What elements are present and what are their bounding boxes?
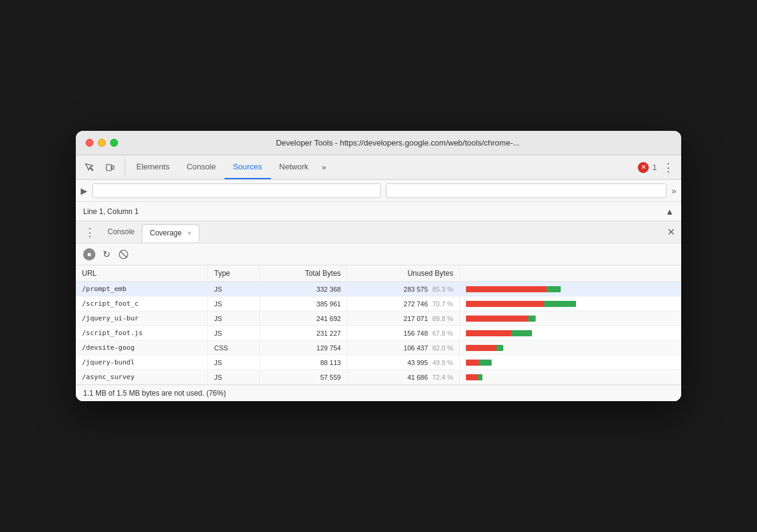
close-button[interactable] <box>86 139 94 147</box>
reload-button[interactable]: ↻ <box>100 248 113 260</box>
reload-icon: ↻ <box>103 249 111 260</box>
cell-bar <box>460 370 681 385</box>
error-icon: ✕ <box>638 162 649 173</box>
svg-rect-0 <box>106 164 111 171</box>
used-bar <box>544 301 576 307</box>
cell-url: /async_survey <box>76 370 208 385</box>
play-icon[interactable]: ▶ <box>81 186 87 196</box>
cell-total-bytes: 129 754 <box>259 341 347 355</box>
title-bar: Developer Tools - https://developers.goo… <box>76 131 681 155</box>
window-title: Developer Tools - https://developers.goo… <box>124 138 671 147</box>
cell-type: CSS <box>208 341 260 355</box>
panel-tab-bar: ⋮ Console Coverage × ✕ <box>76 221 681 243</box>
devtools-tab-bar: Elements Console Sources Network » ✕ 1 ⋮ <box>76 155 681 180</box>
cell-unused-bytes: 106 437 82.0 % <box>347 341 460 355</box>
devtools-more-options[interactable]: ⋮ <box>660 158 676 177</box>
unused-bar <box>466 360 479 366</box>
svg-line-3 <box>120 251 127 257</box>
error-count: 1 <box>652 163 657 172</box>
cell-total-bytes: 241 692 <box>259 311 347 326</box>
cell-total-bytes: 231 227 <box>259 326 347 341</box>
cell-unused-bytes: 217 071 89.8 % <box>347 311 460 326</box>
coverage-actions-bar: ● ↻ <box>76 243 681 265</box>
table-row[interactable]: /script_foot.js JS 231 227 156 748 67.8 … <box>76 326 681 341</box>
table-row[interactable]: /async_survey JS 57 559 41 686 72.4 % <box>76 370 681 385</box>
inspect-element-icon[interactable] <box>81 159 98 176</box>
unused-bar <box>466 286 547 292</box>
cell-bar <box>460 355 681 370</box>
tab-network[interactable]: Network <box>271 155 317 179</box>
tab-elements[interactable]: Elements <box>128 155 178 179</box>
table-row[interactable]: /script_foot_c JS 385 961 272 746 70.7 % <box>76 297 681 311</box>
col-header-url: URL <box>76 265 208 282</box>
unused-bar <box>466 316 528 322</box>
cell-bar <box>460 326 681 341</box>
cell-url: /prompt_emb <box>76 282 208 297</box>
cell-type: JS <box>208 370 260 385</box>
panel-close-button[interactable]: ✕ <box>667 226 675 238</box>
table-header-row: URL Type Total Bytes Unused Bytes <box>76 265 681 282</box>
cell-type: JS <box>208 297 260 311</box>
unused-bar <box>466 330 511 336</box>
col-header-total-bytes: Total Bytes <box>259 265 347 282</box>
col-header-bar <box>460 265 681 282</box>
tab-console[interactable]: Console <box>178 155 224 179</box>
table-row[interactable]: /jquery-bundl JS 88 113 43 995 49.9 % <box>76 355 681 370</box>
table-row[interactable]: /prompt_emb JS 332 368 283 575 85.3 % <box>76 282 681 297</box>
sources-search-input[interactable] <box>92 183 381 198</box>
coverage-footer: 1.1 MB of 1.5 MB bytes are not used. (76… <box>76 385 681 401</box>
cell-type: JS <box>208 355 260 370</box>
record-button[interactable]: ● <box>83 248 95 260</box>
cell-unused-bytes: 156 748 67.8 % <box>347 326 460 341</box>
cell-url: /jquery_ui-bur <box>76 311 208 326</box>
panel-tabs: Console Coverage × <box>100 224 665 241</box>
cell-unused-bytes: 41 686 72.4 % <box>347 370 460 385</box>
clear-button[interactable] <box>117 248 130 260</box>
record-icon: ● <box>87 249 92 259</box>
cell-unused-bytes: 43 995 49.9 % <box>347 355 460 370</box>
maximize-button[interactable] <box>110 139 118 147</box>
used-bar <box>528 316 535 322</box>
cell-total-bytes: 57 559 <box>259 370 347 385</box>
used-bar <box>547 286 561 292</box>
cell-url: /devsite-goog <box>76 341 208 355</box>
used-bar <box>497 345 503 351</box>
devtools-window: Developer Tools - https://developers.goo… <box>76 131 681 401</box>
cell-unused-bytes: 283 575 85.3 % <box>347 282 460 297</box>
minimize-button[interactable] <box>98 139 106 147</box>
panel-dots-menu[interactable]: ⋮ <box>82 223 98 242</box>
cell-type: JS <box>208 326 260 341</box>
device-toolbar-icon[interactable] <box>102 159 119 176</box>
col-header-type: Type <box>208 265 260 282</box>
table-row[interactable]: /jquery_ui-bur JS 241 692 217 071 89.8 % <box>76 311 681 326</box>
unused-bar <box>466 301 544 307</box>
sources-filter-input[interactable] <box>386 183 667 198</box>
cell-unused-bytes: 272 746 70.7 % <box>347 297 460 311</box>
used-bar <box>479 360 492 366</box>
coverage-panel: ⋮ Console Coverage × ✕ ● ↻ <box>76 221 681 401</box>
used-bar <box>511 330 533 336</box>
status-arrow-icon[interactable]: ▲ <box>665 207 674 216</box>
table-row[interactable]: /devsite-goog CSS 129 754 106 437 82.0 % <box>76 341 681 355</box>
sources-toolbar: ▶ » <box>76 180 681 202</box>
more-tabs-button[interactable]: » <box>317 158 331 177</box>
cell-type: JS <box>208 311 260 326</box>
status-right: ▲ <box>665 206 674 217</box>
sources-more-icon[interactable]: » <box>671 186 676 196</box>
used-bar <box>478 374 483 380</box>
cell-total-bytes: 332 368 <box>259 282 347 297</box>
tab-coverage-panel[interactable]: Coverage × <box>142 224 199 242</box>
unused-bar <box>466 374 478 380</box>
tab-sources[interactable]: Sources <box>224 155 271 179</box>
cell-bar <box>460 311 681 326</box>
cell-total-bytes: 88 113 <box>259 355 347 370</box>
status-bar: Line 1, Column 1 ▲ <box>76 202 681 221</box>
tab-console-panel[interactable]: Console <box>100 224 142 241</box>
devtools-icons <box>81 159 125 176</box>
cell-total-bytes: 385 961 <box>259 297 347 311</box>
clear-icon <box>119 249 128 259</box>
coverage-tab-close[interactable]: × <box>187 229 191 237</box>
traffic-lights <box>86 139 118 147</box>
col-header-unused-bytes: Unused Bytes <box>347 265 460 282</box>
cell-url: /script_foot_c <box>76 297 208 311</box>
